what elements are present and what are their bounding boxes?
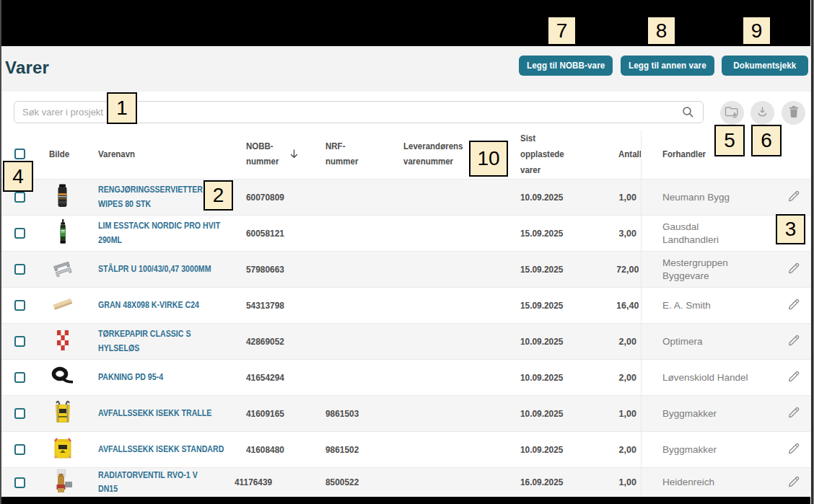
last-uploaded-date-cell: 16.09.2025 [520, 468, 566, 497]
pencil-icon [788, 262, 800, 277]
row-checkbox[interactable] [14, 408, 25, 419]
nrf-number-value: 9861503 [325, 409, 359, 419]
select-all-checkbox[interactable] [14, 149, 25, 159]
row-checkbox[interactable] [14, 192, 25, 203]
waste-bag-standard-thumbnail [51, 435, 74, 465]
delete-button[interactable] [782, 101, 805, 125]
add-to-folder-button[interactable] [720, 101, 744, 125]
quantity-value: 1,00 [619, 193, 636, 203]
table-row: GRAN 48X098 K-VIRKE C245431379815.09.202… [1, 287, 810, 323]
som-mark-4: 4 [3, 161, 33, 192]
edit-row-button[interactable] [787, 252, 800, 287]
retailer-cell: Byggmakker [662, 396, 748, 431]
edit-row-button[interactable] [787, 468, 800, 497]
product-name-link[interactable]: LIM ESSTACK NORDIC PRO HVIT 290ML [98, 219, 227, 247]
column-header-leverandorens-varenummer[interactable]: Leverandørens varenummer [403, 130, 466, 179]
product-image-cell [50, 288, 76, 323]
edit-row-button[interactable] [787, 432, 800, 467]
edit-row-button[interactable] [787, 288, 800, 323]
quantity-value: 2,00 [619, 337, 636, 347]
row-checkbox-cell [14, 468, 25, 497]
row-checkbox[interactable] [14, 228, 25, 239]
som-mark-1: 1 [107, 92, 137, 124]
product-name-link[interactable]: GRAN 48X098 K-VIRKE C24 [98, 299, 227, 313]
nobb-number-cell: 57980663 [246, 252, 286, 287]
edit-row-button[interactable] [787, 324, 800, 359]
steel-profiles-thumbnail [51, 255, 74, 285]
retailer-cell: Byggmakker [662, 432, 748, 467]
document-check-button[interactable]: Dokumentsjekk [722, 56, 808, 76]
retailer-cell: Heidenreich [662, 468, 748, 497]
row-checkbox[interactable] [14, 264, 25, 275]
column-header-varenavn[interactable]: Varenavn [98, 130, 135, 179]
sort-arrow-down-icon[interactable] [289, 149, 299, 160]
som-mark-9: 9 [742, 16, 771, 45]
nobb-number-value: 60070809 [246, 193, 284, 203]
row-checkbox-cell [14, 288, 25, 323]
window-right-edge [810, 0, 814, 504]
row-checkbox[interactable] [14, 336, 25, 347]
quantity-value: 1,00 [619, 409, 636, 419]
product-name-link[interactable]: PAKNING PD 95-4 [98, 371, 227, 385]
product-name-link[interactable]: AVFALLSSEKK ISEKK STANDARD [98, 443, 227, 457]
add-other-item-button[interactable]: Legg til annen vare [621, 56, 714, 76]
row-checkbox-cell [14, 432, 25, 467]
download-button[interactable] [750, 101, 774, 125]
row-checkbox-cell [14, 252, 25, 287]
table-body: RENGJØRINGSSERVIETTER WIPES 80 STK600708… [1, 179, 810, 497]
last-uploaded-date-value: 10.09.2025 [520, 373, 563, 383]
row-checkbox-cell [14, 324, 25, 359]
canister-black-thumbnail [51, 182, 74, 213]
column-header-forhandler[interactable]: Forhandler [662, 130, 706, 179]
product-name-link[interactable]: STÅLPR U 100/43/0,47 3000MM [98, 262, 227, 277]
add-nobb-item-label: Legg til NOBB-vare [527, 61, 605, 71]
gasket-coil-thumbnail [51, 363, 74, 393]
retailer-cell: Mestergruppen Byggevare [662, 252, 748, 287]
row-checkbox[interactable] [14, 444, 25, 455]
last-uploaded-date-value: 15.09.2025 [520, 229, 563, 239]
quantity-cell: 1,00 [617, 396, 639, 431]
column-header-antall[interactable]: Antall [595, 130, 642, 179]
add-nobb-item-button[interactable]: Legg til NOBB-vare [519, 56, 613, 76]
product-name-cell: GRAN 48X098 K-VIRKE C24 [98, 288, 251, 323]
edit-row-button[interactable] [787, 396, 800, 431]
last-uploaded-date-cell: 10.09.2025 [520, 360, 566, 395]
row-checkbox-cell [14, 396, 25, 431]
last-uploaded-date-cell: 10.09.2025 [520, 324, 566, 359]
retailer-cell: Gausdal Landhandleri [662, 216, 748, 251]
pencil-icon [788, 298, 800, 313]
product-name-cell: RADIATORVENTIL RVO-1 V DN15 [98, 468, 251, 497]
column-header-nrf-nummer[interactable]: NRF-nummer [325, 130, 360, 179]
product-name-link[interactable]: AVFALLSSEKK ISEKK TRALLE [98, 407, 227, 421]
som-mark-3: 3 [776, 214, 805, 244]
document-check-label: Dokumentsjekk [733, 61, 796, 71]
add-other-item-label: Legg til annen vare [629, 61, 706, 71]
row-checkbox[interactable] [14, 300, 25, 311]
row-checkbox[interactable] [14, 477, 25, 488]
nobb-number-value: 42869052 [246, 337, 284, 347]
som-mark-5: 5 [714, 125, 745, 156]
nrf-number-value: 8500522 [325, 477, 359, 487]
product-image-cell [50, 216, 76, 251]
product-name-link[interactable]: RADIATORVENTIL RVO-1 V DN15 [98, 469, 210, 497]
product-name-link[interactable]: TØRKEPAPIR CLASSIC S HYLSELØS [98, 327, 227, 355]
nobb-number-value: 60058121 [246, 229, 284, 239]
column-header-nobb-nummer[interactable]: NOBB-nummer [246, 130, 281, 179]
last-uploaded-date-value: 10.09.2025 [520, 445, 563, 455]
quantity-cell: 2,00 [617, 360, 639, 395]
column-header-bilde: Bilde [49, 130, 69, 179]
edit-row-button[interactable] [787, 180, 800, 215]
quantity-value: 3,00 [619, 229, 636, 239]
column-header-sist-opplastede-varer[interactable]: Sist opplastede varer [520, 130, 566, 179]
som-mark-10: 10 [469, 141, 508, 177]
quantity-cell: 1,00 [617, 180, 639, 215]
quantity-value: 1,00 [619, 477, 636, 487]
row-checkbox[interactable] [14, 372, 25, 383]
last-uploaded-date-value: 15.09.2025 [520, 265, 563, 275]
last-uploaded-date-cell: 10.09.2025 [520, 396, 566, 431]
table-row: TØRKEPAPIR CLASSIC S HYLSELØS4286905210.… [1, 323, 810, 359]
nobb-number-value: 54313798 [246, 301, 284, 311]
edit-row-button[interactable] [787, 360, 800, 395]
radiator-valve-thumbnail [51, 467, 74, 497]
nobb-number-value: 41608480 [246, 445, 284, 455]
